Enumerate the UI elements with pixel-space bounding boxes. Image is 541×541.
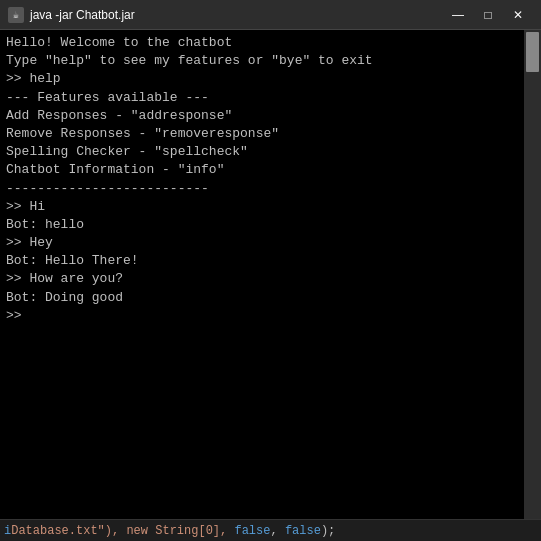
terminal-line: >> Hey <box>6 234 518 252</box>
bot-prefix: Bot: Hello There! <box>6 253 139 268</box>
terminal-line: Type "help" to see my features or "bye" … <box>6 52 518 70</box>
window: ☕ java -jar Chatbot.jar — □ ✕ Hello! Wel… <box>0 0 541 541</box>
terminal-line: Chatbot Information - "info" <box>6 161 518 179</box>
terminal-line: >> How are you? <box>6 270 518 288</box>
window-controls: — □ ✕ <box>443 4 533 26</box>
terminal-line: Hello! Welcome to the chatbot <box>6 34 518 52</box>
close-button[interactable]: ✕ <box>503 4 533 26</box>
maximize-button[interactable]: □ <box>473 4 503 26</box>
bot-prefix: Bot: hello <box>6 217 84 232</box>
scrollbar[interactable] <box>524 30 541 519</box>
status-false2: false <box>285 524 321 538</box>
bot-prefix: Bot: Doing good <box>6 290 123 305</box>
status-comma1: , <box>270 524 284 538</box>
title-bar: ☕ java -jar Chatbot.jar — □ ✕ <box>0 0 541 30</box>
terminal-line: Bot: Doing good <box>6 289 518 307</box>
terminal-line: Add Responses - "addresponse" <box>6 107 518 125</box>
terminal-line: Bot: hello <box>6 216 518 234</box>
status-end: ); <box>321 524 335 538</box>
terminal-line: -------------------------- <box>6 180 518 198</box>
window-title: java -jar Chatbot.jar <box>30 8 443 22</box>
terminal-line: --- Features available --- <box>6 89 518 107</box>
status-highlight: Database.txt"), new String[0], <box>11 524 234 538</box>
terminal-line: Remove Responses - "removeresponse" <box>6 125 518 143</box>
terminal-line: >> Hi <box>6 198 518 216</box>
app-icon: ☕ <box>8 7 24 23</box>
minimize-button[interactable]: — <box>443 4 473 26</box>
scrollbar-thumb[interactable] <box>526 32 539 72</box>
terminal-line: >> <box>6 307 518 325</box>
terminal-output[interactable]: Hello! Welcome to the chatbot Type "help… <box>0 30 524 519</box>
status-text: iDatabase.txt"), new String[0], false, f… <box>4 524 335 538</box>
terminal-line: Bot: Hello There! <box>6 252 518 270</box>
status-bar: iDatabase.txt"), new String[0], false, f… <box>0 519 541 541</box>
content-area: Hello! Welcome to the chatbot Type "help… <box>0 30 541 519</box>
status-false1: false <box>234 524 270 538</box>
terminal-line: >> help <box>6 70 518 88</box>
terminal-line: Spelling Checker - "spellcheck" <box>6 143 518 161</box>
